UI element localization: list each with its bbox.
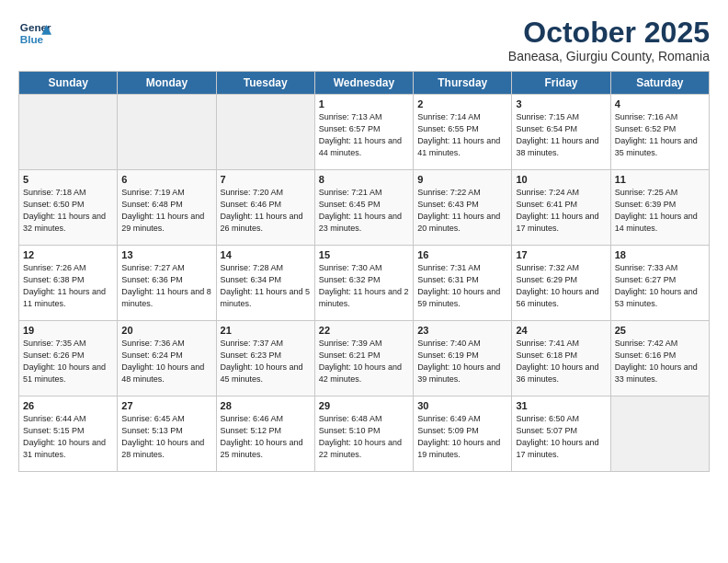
weekday-header-sunday: Sunday (19, 72, 118, 95)
weekday-header-monday: Monday (118, 72, 216, 95)
day-number: 12 (23, 249, 113, 260)
header: General Blue October 2025 Baneasa, Giurg… (18, 17, 710, 63)
day-number: 13 (121, 249, 211, 260)
calendar-cell: 4Sunrise: 7:16 AM Sunset: 6:52 PM Daylig… (610, 95, 709, 170)
day-info: Sunrise: 7:40 AM Sunset: 6:19 PM Dayligh… (417, 338, 507, 385)
weekday-header-row: SundayMondayTuesdayWednesdayThursdayFrid… (19, 72, 710, 95)
day-number: 25 (615, 325, 705, 336)
calendar-cell: 26Sunrise: 6:44 AM Sunset: 5:15 PM Dayli… (19, 396, 118, 472)
day-info: Sunrise: 7:24 AM Sunset: 6:41 PM Dayligh… (516, 187, 606, 235)
day-number: 4 (615, 98, 705, 109)
weekday-header-wednesday: Wednesday (314, 72, 413, 95)
day-info: Sunrise: 6:46 AM Sunset: 5:12 PM Dayligh… (221, 413, 311, 461)
day-info: Sunrise: 7:26 AM Sunset: 6:38 PM Dayligh… (23, 262, 113, 310)
week-row-3: 12Sunrise: 7:26 AM Sunset: 6:38 PM Dayli… (19, 246, 710, 321)
day-number: 11 (615, 174, 705, 185)
week-row-4: 19Sunrise: 7:35 AM Sunset: 6:26 PM Dayli… (19, 321, 710, 396)
calendar-cell: 25Sunrise: 7:42 AM Sunset: 6:16 PM Dayli… (610, 321, 709, 396)
calendar-cell: 30Sunrise: 6:49 AM Sunset: 5:09 PM Dayli… (414, 396, 512, 472)
day-info: Sunrise: 7:20 AM Sunset: 6:46 PM Dayligh… (221, 187, 311, 235)
day-info: Sunrise: 7:27 AM Sunset: 6:36 PM Dayligh… (121, 262, 211, 310)
day-number: 15 (319, 249, 409, 260)
day-number: 17 (516, 249, 606, 260)
svg-text:Blue: Blue (20, 33, 44, 45)
day-info: Sunrise: 6:45 AM Sunset: 5:13 PM Dayligh… (121, 413, 211, 461)
location-subtitle: Baneasa, Giurgiu County, Romania (508, 49, 710, 63)
day-info: Sunrise: 7:33 AM Sunset: 6:27 PM Dayligh… (615, 262, 705, 310)
logo: General Blue (18, 17, 51, 50)
day-number: 3 (516, 98, 606, 109)
calendar-cell: 18Sunrise: 7:33 AM Sunset: 6:27 PM Dayli… (610, 246, 709, 321)
day-info: Sunrise: 7:15 AM Sunset: 6:54 PM Dayligh… (516, 111, 606, 159)
calendar-cell: 16Sunrise: 7:31 AM Sunset: 6:31 PM Dayli… (414, 246, 512, 321)
day-number: 7 (221, 174, 311, 185)
weekday-header-saturday: Saturday (610, 72, 709, 95)
calendar-cell: 29Sunrise: 6:48 AM Sunset: 5:10 PM Dayli… (314, 396, 413, 472)
calendar-cell (216, 95, 314, 170)
day-number: 10 (516, 174, 606, 185)
day-info: Sunrise: 7:37 AM Sunset: 6:23 PM Dayligh… (221, 338, 311, 385)
calendar-cell: 21Sunrise: 7:37 AM Sunset: 6:23 PM Dayli… (216, 321, 314, 396)
day-info: Sunrise: 7:41 AM Sunset: 6:18 PM Dayligh… (516, 338, 606, 385)
day-number: 26 (23, 400, 113, 411)
day-number: 18 (615, 249, 705, 260)
day-info: Sunrise: 6:44 AM Sunset: 5:15 PM Dayligh… (23, 413, 113, 461)
day-info: Sunrise: 7:14 AM Sunset: 6:55 PM Dayligh… (417, 111, 507, 159)
day-number: 9 (417, 174, 507, 185)
calendar-cell: 8Sunrise: 7:21 AM Sunset: 6:45 PM Daylig… (314, 170, 413, 246)
title-block: October 2025 Baneasa, Giurgiu County, Ro… (508, 17, 710, 63)
day-number: 20 (121, 325, 211, 336)
day-number: 8 (319, 174, 409, 185)
day-info: Sunrise: 7:21 AM Sunset: 6:45 PM Dayligh… (319, 187, 409, 235)
calendar-table: SundayMondayTuesdayWednesdayThursdayFrid… (18, 71, 710, 472)
week-row-5: 26Sunrise: 6:44 AM Sunset: 5:15 PM Dayli… (19, 396, 710, 472)
day-number: 30 (417, 400, 507, 411)
day-number: 27 (121, 400, 211, 411)
day-info: Sunrise: 7:18 AM Sunset: 6:50 PM Dayligh… (23, 187, 113, 235)
day-number: 16 (417, 249, 507, 260)
day-info: Sunrise: 7:31 AM Sunset: 6:31 PM Dayligh… (417, 262, 507, 310)
day-number: 23 (417, 325, 507, 336)
month-title: October 2025 (508, 17, 710, 49)
calendar-cell (610, 396, 709, 472)
calendar-cell: 23Sunrise: 7:40 AM Sunset: 6:19 PM Dayli… (414, 321, 512, 396)
calendar-cell: 20Sunrise: 7:36 AM Sunset: 6:24 PM Dayli… (118, 321, 216, 396)
calendar-cell: 11Sunrise: 7:25 AM Sunset: 6:39 PM Dayli… (610, 170, 709, 246)
day-number: 31 (516, 400, 606, 411)
calendar-cell: 28Sunrise: 6:46 AM Sunset: 5:12 PM Dayli… (216, 396, 314, 472)
day-number: 21 (221, 325, 311, 336)
weekday-header-friday: Friday (512, 72, 610, 95)
calendar-cell: 24Sunrise: 7:41 AM Sunset: 6:18 PM Dayli… (512, 321, 610, 396)
day-number: 22 (319, 325, 409, 336)
calendar-cell: 3Sunrise: 7:15 AM Sunset: 6:54 PM Daylig… (512, 95, 610, 170)
calendar-cell: 5Sunrise: 7:18 AM Sunset: 6:50 PM Daylig… (19, 170, 118, 246)
weekday-header-tuesday: Tuesday (216, 72, 314, 95)
calendar-cell: 19Sunrise: 7:35 AM Sunset: 6:26 PM Dayli… (19, 321, 118, 396)
calendar-cell: 7Sunrise: 7:20 AM Sunset: 6:46 PM Daylig… (216, 170, 314, 246)
day-info: Sunrise: 7:25 AM Sunset: 6:39 PM Dayligh… (615, 187, 705, 235)
day-info: Sunrise: 7:39 AM Sunset: 6:21 PM Dayligh… (319, 338, 409, 385)
calendar-cell: 31Sunrise: 6:50 AM Sunset: 5:07 PM Dayli… (512, 396, 610, 472)
day-info: Sunrise: 7:19 AM Sunset: 6:48 PM Dayligh… (121, 187, 211, 235)
day-number: 2 (417, 98, 507, 109)
calendar-cell: 1Sunrise: 7:13 AM Sunset: 6:57 PM Daylig… (314, 95, 413, 170)
calendar-cell: 10Sunrise: 7:24 AM Sunset: 6:41 PM Dayli… (512, 170, 610, 246)
day-info: Sunrise: 7:16 AM Sunset: 6:52 PM Dayligh… (615, 111, 705, 159)
week-row-1: 1Sunrise: 7:13 AM Sunset: 6:57 PM Daylig… (19, 95, 710, 170)
day-number: 1 (319, 98, 409, 109)
logo-icon: General Blue (18, 17, 51, 50)
day-number: 28 (221, 400, 311, 411)
day-info: Sunrise: 7:22 AM Sunset: 6:43 PM Dayligh… (417, 187, 507, 235)
day-info: Sunrise: 7:13 AM Sunset: 6:57 PM Dayligh… (319, 111, 409, 159)
calendar-cell: 13Sunrise: 7:27 AM Sunset: 6:36 PM Dayli… (118, 246, 216, 321)
day-number: 6 (121, 174, 211, 185)
calendar-cell (19, 95, 118, 170)
calendar-cell: 9Sunrise: 7:22 AM Sunset: 6:43 PM Daylig… (414, 170, 512, 246)
page: General Blue October 2025 Baneasa, Giurg… (0, 0, 728, 488)
day-number: 24 (516, 325, 606, 336)
calendar-cell: 12Sunrise: 7:26 AM Sunset: 6:38 PM Dayli… (19, 246, 118, 321)
calendar-cell: 27Sunrise: 6:45 AM Sunset: 5:13 PM Dayli… (118, 396, 216, 472)
weekday-header-thursday: Thursday (414, 72, 512, 95)
day-info: Sunrise: 7:28 AM Sunset: 6:34 PM Dayligh… (221, 262, 311, 310)
week-row-2: 5Sunrise: 7:18 AM Sunset: 6:50 PM Daylig… (19, 170, 710, 246)
